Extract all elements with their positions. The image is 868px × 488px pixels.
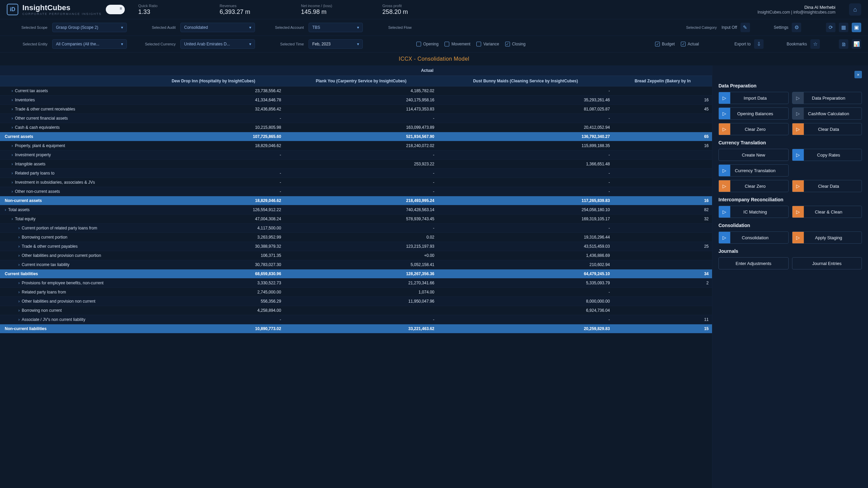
audit-select[interactable]: Consolidated▾	[180, 23, 255, 32]
expand-icon[interactable]: ›	[12, 189, 13, 194]
expand-icon[interactable]: ›	[12, 116, 13, 121]
account-cell[interactable]: ›Borrowing current portion	[0, 233, 142, 242]
table-row[interactable]: ›Current portion of related party loans …	[0, 224, 712, 233]
table-row[interactable]: ›Related party loans from2,745,000.001,0…	[0, 288, 712, 297]
expand-icon[interactable]: ›	[18, 253, 20, 258]
account-cell[interactable]: ›Borrowing non current	[0, 306, 142, 315]
col-header-2[interactable]: Dust Bunny Maids (Cleaning Service by In…	[438, 76, 613, 86]
expand-icon[interactable]: ›	[12, 125, 13, 130]
expand-icon[interactable]: ›	[18, 244, 20, 249]
table-row[interactable]: ›Other liabilities and provision non cur…	[0, 297, 712, 306]
expand-icon[interactable]: ›	[18, 262, 20, 267]
action-button[interactable]: ▷Opening Balances	[718, 107, 789, 120]
account-cell[interactable]: Non-current liabilities	[0, 324, 142, 333]
col-header-3[interactable]: Bread Zeppelin (Bakery by In	[613, 76, 712, 86]
action-button[interactable]: ▷Clear Data	[792, 180, 862, 192]
expand-icon[interactable]: ›	[18, 290, 20, 294]
doc-icon[interactable]: 🗎	[839, 39, 848, 49]
col-header-0[interactable]: Dew Drop Inn (Hospitality by InsightCube…	[142, 76, 284, 86]
expand-icon[interactable]: ›	[18, 226, 20, 230]
account-cell[interactable]: ›Investment in subsidiaries, associates …	[0, 178, 142, 187]
account-cell[interactable]: ›Current portion of related party loans …	[0, 224, 142, 233]
action-button[interactable]: ▷Apply Staging	[792, 231, 862, 244]
panel-toggle-icon[interactable]: ▣	[852, 23, 861, 32]
table-row[interactable]: ›Total equity47,004,308.24578,939,743.45…	[0, 215, 712, 224]
account-cell[interactable]: ›Other liabilities and provision non cur…	[0, 297, 142, 306]
action-button[interactable]: ▷IC Matching	[718, 206, 789, 218]
chk-budget[interactable]: ✓Budget	[655, 42, 675, 46]
account-cell[interactable]: ›Trade & other current receivables	[0, 105, 142, 114]
account-cell[interactable]: ›Associate / JV's non current liability	[0, 315, 142, 324]
action-button[interactable]: ▷Copy Rates	[792, 149, 862, 161]
table-row[interactable]: ›Related party loans to---	[0, 169, 712, 178]
col-header-1[interactable]: Plank You (Carpentry Service by InsightC…	[284, 76, 438, 86]
account-cell[interactable]: Current liabilities	[0, 269, 142, 279]
action-button[interactable]: ▷Clear Data	[792, 123, 862, 135]
refresh-icon[interactable]: ⟳	[826, 23, 835, 32]
expand-icon[interactable]: ›	[18, 308, 20, 313]
account-cell[interactable]: ›Trade & other current payables	[0, 242, 142, 251]
table-row[interactable]: ›Current tax assets23,738,556.424,185,78…	[0, 86, 712, 96]
entity-select[interactable]: All Companies (All the...▾	[52, 39, 127, 49]
pencil-icon[interactable]: ✎	[741, 23, 750, 32]
table-row[interactable]: ›Provisions for employee benefits, non-c…	[0, 279, 712, 288]
chart-icon[interactable]: 📊	[852, 39, 861, 49]
account-cell[interactable]: ›Related party loans from	[0, 288, 142, 297]
action-button[interactable]: ▷Currency Translation	[718, 164, 789, 177]
expand-icon[interactable]: ›	[18, 317, 20, 322]
expand-icon[interactable]: ›	[12, 107, 13, 111]
account-cell[interactable]: ›Inventories	[0, 96, 142, 105]
table-row[interactable]: ›Other non-current assets---	[0, 187, 712, 196]
account-cell[interactable]: ›Current income tax liability	[0, 260, 142, 269]
table-row[interactable]: ›Inventories41,334,646.78240,175,958.163…	[0, 96, 712, 105]
action-button[interactable]: ▷Clear Zero	[718, 180, 789, 192]
gear-icon[interactable]: ⚙	[792, 23, 801, 32]
close-panel-button[interactable]: ×	[854, 71, 862, 78]
table-row[interactable]: ›Trade & other current receivables32,436…	[0, 105, 712, 114]
table-row[interactable]: Current liabilities68,659,830.96128,267,…	[0, 269, 712, 279]
home-icon[interactable]: ⌂	[849, 3, 861, 16]
action-button[interactable]: Create New	[718, 149, 789, 161]
scope-select[interactable]: Grasp Group (Scope 2)▾	[52, 23, 127, 32]
action-button[interactable]: ▷Import Data	[718, 92, 789, 104]
view-toggle[interactable]	[106, 5, 125, 14]
expand-icon[interactable]: ›	[12, 88, 13, 93]
account-cell[interactable]: ›Total equity	[0, 215, 142, 224]
account-cell[interactable]: ›Other liabilities and provision current…	[0, 251, 142, 260]
expand-icon[interactable]: ›	[18, 281, 20, 285]
account-cell[interactable]: ›Other current financial assets	[0, 114, 142, 123]
expand-icon[interactable]: ›	[12, 162, 13, 166]
account-cell[interactable]: ›Intangible assets	[0, 160, 142, 169]
expand-icon[interactable]: ›	[12, 217, 13, 221]
chk-closing[interactable]: ✓Closing	[505, 42, 526, 46]
expand-icon[interactable]: ›	[18, 235, 20, 240]
account-cell[interactable]: ›Investment property	[0, 150, 142, 160]
account-cell[interactable]: Current assets	[0, 132, 142, 141]
account-cell[interactable]: ›Other non-current assets	[0, 187, 142, 196]
table-row[interactable]: ›Other current financial assets---	[0, 114, 712, 123]
action-button[interactable]: ▷Data Preparation	[792, 92, 862, 104]
table-row[interactable]: ›Borrowing current portion3,263,952.990.…	[0, 233, 712, 242]
action-button[interactable]: ▷Cashflow Calculation	[792, 107, 862, 120]
currency-select[interactable]: United Arab Emirates D...▾	[180, 39, 255, 49]
action-button[interactable]: Enter Adjustments	[718, 257, 789, 269]
table-row[interactable]: ›Total assets126,554,912.22740,428,563.1…	[0, 205, 712, 215]
chk-opening[interactable]: Opening	[416, 42, 438, 46]
bookmark-icon[interactable]: ☆	[810, 39, 820, 49]
account-cell[interactable]: ›Cash & cash equivalents	[0, 123, 142, 132]
table-row[interactable]: ›Other liabilities and provision current…	[0, 251, 712, 260]
export-icon[interactable]: ⇩	[754, 39, 764, 49]
action-button[interactable]: ▷Clear & Clean	[792, 206, 862, 218]
account-cell[interactable]: ›Property, plant & equipment	[0, 141, 142, 150]
action-button[interactable]: Journal Entries	[792, 257, 862, 269]
expand-icon[interactable]: ›	[5, 207, 6, 212]
expand-icon[interactable]: ›	[18, 299, 20, 304]
account-cell[interactable]: ›Provisions for employee benefits, non-c…	[0, 279, 142, 288]
chk-variance[interactable]: Variance	[476, 42, 499, 46]
expand-icon[interactable]: ›	[12, 98, 13, 102]
table-row[interactable]: ›Property, plant & equipment18,829,046.6…	[0, 141, 712, 150]
table-row[interactable]: ›Borrowing non current4,258,894.006,924,…	[0, 306, 712, 315]
expand-icon[interactable]: ›	[12, 152, 13, 157]
table-row[interactable]: Non-current assets18,829,046.62218,493,9…	[0, 196, 712, 205]
grid-icon[interactable]: ▦	[839, 23, 848, 32]
